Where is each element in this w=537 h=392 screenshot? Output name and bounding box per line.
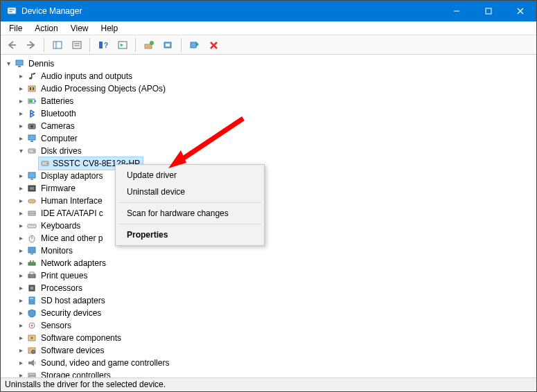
svg-rect-28 <box>28 86 35 91</box>
category-icon <box>26 345 38 356</box>
menu-help[interactable]: Help <box>96 22 124 35</box>
tree-root[interactable]: ▾ Dennis <box>2 57 535 70</box>
chevron-right-icon[interactable]: ▸ <box>16 257 26 269</box>
chevron-right-icon[interactable]: ▸ <box>16 307 26 319</box>
tree-category[interactable]: ▸Firmware <box>2 182 535 195</box>
enable-button[interactable] <box>186 37 203 53</box>
device-tree[interactable]: ▾ Dennis ▸Audio inputs and outputs▸Audio… <box>1 55 536 377</box>
help-button[interactable]: ? <box>95 37 112 53</box>
tree-category[interactable]: ▸Display adaptors <box>2 170 535 182</box>
svg-rect-33 <box>29 100 33 103</box>
close-button[interactable] <box>504 1 536 21</box>
uninstall-button[interactable] <box>206 37 222 53</box>
chevron-right-icon[interactable]: ▸ <box>16 120 26 132</box>
tree-category[interactable]: ▸Batteries <box>2 95 535 107</box>
chevron-right-icon[interactable]: ▸ <box>16 207 26 220</box>
tree-category[interactable]: ▸Sensors <box>2 319 535 332</box>
tree-category[interactable]: ▸Audio inputs and outputs <box>2 70 535 82</box>
tree-category[interactable]: ▸Security devices <box>2 307 535 319</box>
chevron-right-icon[interactable]: ▸ <box>16 95 26 107</box>
tree-category[interactable]: ▸IDE ATA/ATAPI c <box>2 207 535 220</box>
toolbar: ? <box>1 35 536 55</box>
tree-category[interactable]: ▸Storage controllers <box>2 369 535 377</box>
tree-category[interactable]: ▸Cameras <box>2 120 535 132</box>
scan-hardware-button[interactable] <box>160 37 177 53</box>
show-hide-button[interactable] <box>49 37 66 53</box>
category-icon <box>26 220 38 231</box>
chevron-right-icon[interactable]: ▸ <box>16 319 26 332</box>
chevron-right-icon[interactable]: ▸ <box>16 132 26 145</box>
maximize-button[interactable] <box>473 1 504 21</box>
chevron-right-icon[interactable]: ▸ <box>16 282 26 294</box>
svg-rect-54 <box>30 253 33 255</box>
category-label: SD host adapters <box>39 294 107 307</box>
category-label: Disk drives <box>39 145 83 157</box>
category-icon <box>26 357 38 368</box>
category-label: Firmware <box>39 182 77 195</box>
tree-category[interactable]: ▸Sound, video and game controllers <box>2 357 535 369</box>
chevron-right-icon[interactable]: ▸ <box>16 170 26 182</box>
menu-view[interactable]: View <box>65 22 94 35</box>
menu-file[interactable]: File <box>3 22 28 35</box>
tree-category[interactable]: ▸Software devices <box>2 344 535 357</box>
tree-category[interactable]: ▾Disk drives <box>2 145 535 157</box>
chevron-right-icon[interactable]: ▸ <box>16 294 26 307</box>
svg-rect-21 <box>191 42 196 48</box>
minimize-button[interactable] <box>441 1 473 21</box>
tree-category[interactable]: ▸Bluetooth <box>2 107 535 120</box>
chevron-right-icon[interactable]: ▸ <box>16 244 26 257</box>
titlebar: Device Manager <box>1 1 536 21</box>
menu-action[interactable]: Action <box>29 22 63 35</box>
forward-button[interactable] <box>23 37 39 53</box>
svg-rect-73 <box>28 373 35 375</box>
category-label: Network adapters <box>39 257 107 269</box>
chevron-right-icon[interactable]: ▸ <box>16 82 26 95</box>
back-button[interactable] <box>3 37 20 53</box>
chevron-right-icon[interactable]: ▸ <box>16 107 26 120</box>
tree-category[interactable]: ▸Software components <box>2 332 535 344</box>
chevron-right-icon[interactable]: ▸ <box>16 357 26 369</box>
chevron-right-icon[interactable]: ▸ <box>16 182 26 195</box>
tree-device-selected[interactable]: SSSTC CV8-8E128-HP <box>2 157 535 170</box>
tree-category[interactable]: ▸Keyboards <box>2 220 535 232</box>
update-driver-button[interactable] <box>141 37 157 53</box>
svg-rect-32 <box>35 100 36 102</box>
tree-category[interactable]: ▸Mice and other p <box>2 232 535 244</box>
chevron-down-icon[interactable]: ▾ <box>16 145 26 157</box>
svg-rect-58 <box>28 274 35 278</box>
chevron-down-icon[interactable]: ▾ <box>3 57 13 70</box>
tree-category[interactable]: ▸Monitors <box>2 244 535 257</box>
tree-category[interactable]: ▸Network adapters <box>2 257 535 269</box>
svg-point-35 <box>30 125 33 128</box>
chevron-right-icon[interactable]: ▸ <box>16 269 26 282</box>
tree-category[interactable]: ▸Processors <box>2 282 535 294</box>
svg-rect-36 <box>28 135 35 140</box>
chevron-right-icon[interactable]: ▸ <box>16 332 26 344</box>
tree-category[interactable]: ▸Audio Processing Objects (APOs) <box>2 82 535 95</box>
tree-category[interactable]: ▸Human Interface <box>2 195 535 207</box>
category-icon <box>26 170 38 181</box>
svg-rect-11 <box>73 42 81 48</box>
chevron-right-icon[interactable]: ▸ <box>16 220 26 232</box>
chevron-right-icon[interactable]: ▸ <box>16 70 26 82</box>
chevron-right-icon[interactable]: ▸ <box>16 195 26 207</box>
svg-rect-27 <box>31 73 33 78</box>
chevron-right-icon[interactable]: ▸ <box>16 344 26 357</box>
tree-category[interactable]: ▸SD host adapters <box>2 294 535 307</box>
svg-rect-24 <box>16 60 23 65</box>
chevron-right-icon[interactable]: ▸ <box>16 369 26 377</box>
ctx-uninstall-device[interactable]: Uninstall device <box>117 184 263 200</box>
svg-rect-1 <box>9 9 15 10</box>
svg-rect-43 <box>30 179 33 180</box>
chevron-right-icon[interactable]: ▸ <box>16 232 26 244</box>
svg-rect-17 <box>145 44 152 48</box>
action-button[interactable] <box>114 37 131 53</box>
category-icon <box>26 270 38 281</box>
tree-category[interactable]: ▸Print queues <box>2 269 535 282</box>
properties-button[interactable] <box>69 37 85 53</box>
ctx-scan-hardware[interactable]: Scan for hardware changes <box>117 205 263 222</box>
svg-rect-55 <box>28 262 35 265</box>
tree-category[interactable]: ▸Computer <box>2 132 535 145</box>
svg-point-39 <box>33 150 35 152</box>
ctx-properties[interactable]: Properties <box>117 226 263 243</box>
